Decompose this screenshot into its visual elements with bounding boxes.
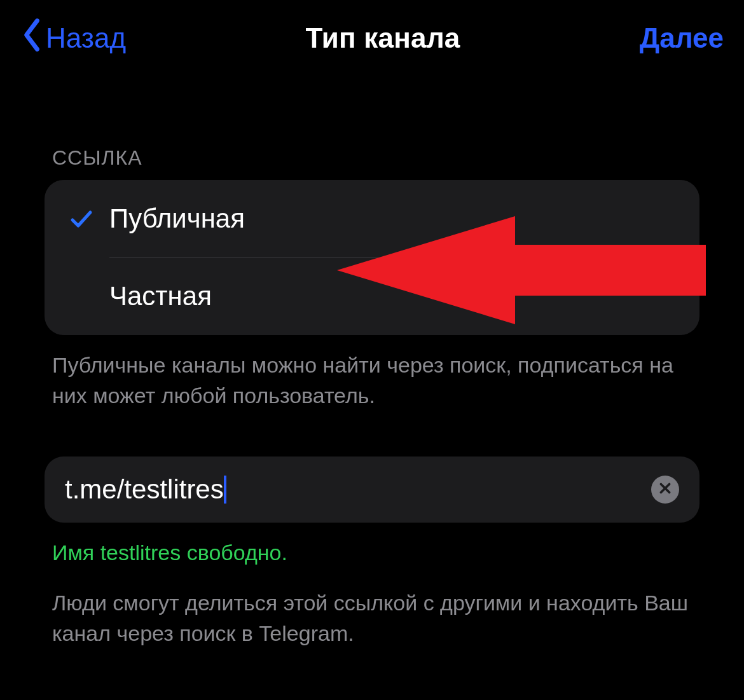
option-private-label: Частная [109, 281, 212, 312]
page-title: Тип канала [305, 22, 460, 54]
text-cursor [224, 476, 226, 504]
content: ССЫЛКА Публичная Частная Публичные канал… [0, 146, 744, 649]
option-public-label: Публичная [109, 203, 245, 234]
option-private[interactable]: Частная [45, 257, 699, 335]
option-public[interactable]: Публичная [45, 180, 699, 257]
channel-link-hint: Люди смогут делиться этой ссылкой с друг… [45, 588, 699, 649]
navigation-bar: Назад Тип канала Далее [0, 0, 744, 76]
channel-type-card: Публичная Частная [45, 180, 699, 335]
back-label: Назад [46, 22, 126, 54]
next-button[interactable]: Далее [640, 22, 724, 54]
chevron-left-icon [20, 17, 43, 59]
channel-type-description: Публичные каналы можно найти через поиск… [45, 350, 699, 411]
close-icon [658, 481, 672, 498]
username-status: Имя testlitres свободно. [45, 540, 699, 565]
clear-input-button[interactable] [651, 476, 679, 504]
back-button[interactable]: Назад [20, 17, 126, 59]
channel-link-input[interactable]: t.me/testlitres [45, 456, 699, 523]
checkmark-icon [65, 206, 98, 231]
channel-link-text: t.me/testlitres [65, 474, 224, 505]
link-value: testlitres [124, 474, 223, 504]
link-section-header: ССЫЛКА [45, 146, 699, 170]
link-prefix: t.me/ [65, 474, 124, 504]
